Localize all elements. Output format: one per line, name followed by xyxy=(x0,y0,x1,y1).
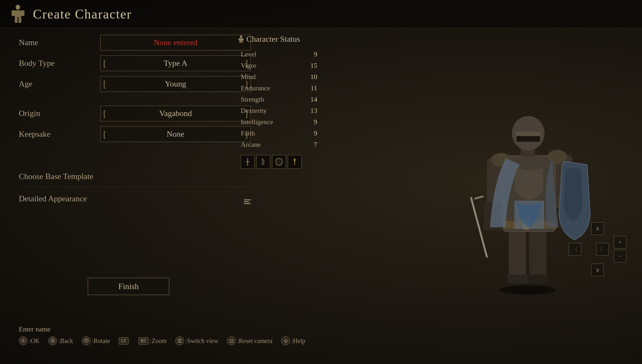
stat-value: 9 xyxy=(314,50,317,58)
stat-row: Mind 10 xyxy=(238,71,320,82)
stat-value: 14 xyxy=(310,95,317,103)
page-title: Create Character xyxy=(33,7,132,22)
control-item: Ⓡ :Rotate xyxy=(82,336,110,345)
control-label: :Switch view xyxy=(185,337,218,345)
appearance-icon xyxy=(244,199,251,204)
stat-value: 7 xyxy=(314,140,317,149)
header-icon xyxy=(9,4,27,24)
camera-left-button[interactable]: 〈 xyxy=(569,243,581,256)
template-section: Choose Base Template xyxy=(19,172,251,181)
weapon-sword-icon xyxy=(241,155,255,169)
control-key: RT xyxy=(139,337,149,345)
age-row: Age Young xyxy=(19,76,251,92)
stat-row: Intelligence 9 xyxy=(238,117,320,127)
svg-point-17 xyxy=(294,159,296,161)
svg-rect-8 xyxy=(239,38,240,40)
spacer-1 xyxy=(19,147,251,159)
control-key: LT xyxy=(119,337,129,345)
svg-rect-4 xyxy=(15,17,18,23)
detailed-appearance-label[interactable]: Detailed Appearance xyxy=(19,194,87,203)
control-item: RT :Zoom xyxy=(139,337,167,345)
appearance-row: Detailed Appearance xyxy=(19,194,251,209)
stat-name: Vigor xyxy=(241,61,256,70)
camera-down-button[interactable]: ∨ xyxy=(591,264,604,276)
equipment-row xyxy=(238,155,320,169)
stat-row: Faith 9 xyxy=(238,128,320,139)
svg-rect-21 xyxy=(507,274,528,284)
svg-rect-2 xyxy=(12,10,15,16)
stat-value: 9 xyxy=(314,129,317,137)
control-key: Ⓡ xyxy=(82,336,91,345)
name-input[interactable]: None entered xyxy=(100,35,251,50)
stat-name: Strength xyxy=(241,95,264,103)
keepsake-row: Keepsake None xyxy=(19,126,251,142)
control-key: ⊡ xyxy=(227,336,236,345)
control-item: Ⓐ :OK xyxy=(19,336,39,345)
stat-row: Vigor 15 xyxy=(238,60,320,71)
svg-rect-35 xyxy=(516,132,541,136)
stat-name: Intelligence xyxy=(241,118,273,126)
status-panel: Character Status Level 9 Vigor 15 Mind 1… xyxy=(238,34,320,169)
svg-point-18 xyxy=(499,285,556,295)
stats-list: Level 9 Vigor 15 Mind 10 Endurance 11 St… xyxy=(238,49,320,150)
controls-bar: Ⓐ :OK Ⓑ :Back Ⓡ :Rotate LT RT :Zoom ☰ :S… xyxy=(19,336,623,345)
menu-line-3 xyxy=(244,203,251,204)
stat-name: Mind xyxy=(241,73,256,81)
stat-name: Level xyxy=(241,50,256,58)
camera-controls: ∧ 〈 〉 + − ∨ xyxy=(569,222,626,276)
camera-right-button[interactable]: 〉 xyxy=(596,243,609,256)
header: Create Character xyxy=(0,0,642,28)
svg-rect-22 xyxy=(528,274,548,284)
keepsake-selector[interactable]: None xyxy=(100,126,251,142)
camera-zoom-out-button[interactable]: − xyxy=(614,250,626,262)
camera-down-row: ∨ xyxy=(591,264,604,276)
body-type-row: Body Type Type A xyxy=(19,55,251,71)
stat-value: 11 xyxy=(311,84,317,92)
status-title: Character Status xyxy=(246,34,300,44)
body-type-selector[interactable]: Type A xyxy=(100,55,251,71)
svg-point-31 xyxy=(547,150,567,164)
control-label: :Reset camera xyxy=(237,337,272,345)
stat-row: Dexterity 13 xyxy=(238,105,320,116)
stat-row: Arcane 7 xyxy=(238,139,320,150)
control-key: Ⓑ xyxy=(48,336,57,345)
stat-value: 9 xyxy=(314,118,317,126)
body-type-label: Body Type xyxy=(19,59,100,68)
age-selector[interactable]: Young xyxy=(100,76,251,92)
camera-center xyxy=(582,243,595,256)
stat-value: 10 xyxy=(310,73,317,81)
menu-icon xyxy=(244,199,251,204)
camera-up-row: ∧ xyxy=(591,222,604,235)
control-key: ⊙ xyxy=(281,336,290,345)
keepsake-label: Keepsake xyxy=(19,129,100,139)
choose-template-label[interactable]: Choose Base Template xyxy=(19,172,251,181)
stat-row: Strength 14 xyxy=(238,94,320,105)
weapon-bow-icon xyxy=(256,155,270,169)
camera-zoom-in-button[interactable]: + xyxy=(614,236,626,249)
stat-name: Endurance xyxy=(241,84,270,92)
control-item: ☰ :Switch view xyxy=(175,336,218,345)
stat-name: Dexterity xyxy=(241,107,267,115)
menu-line-1 xyxy=(244,199,251,200)
control-label: :Help xyxy=(291,337,305,345)
camera-up-button[interactable]: ∧ xyxy=(591,222,604,235)
control-label: :Zoom xyxy=(150,337,166,345)
control-label: :Rotate xyxy=(92,337,110,345)
character-preview xyxy=(445,25,617,323)
enter-name-hint: Enter name xyxy=(19,325,623,333)
control-item: LT xyxy=(119,337,130,345)
divider-1 xyxy=(19,187,251,187)
bottom-bar: Enter name Ⓐ :OK Ⓑ :Back Ⓡ :Rotate LT RT… xyxy=(19,325,623,345)
origin-label: Origin xyxy=(19,109,100,118)
control-label: :OK xyxy=(29,337,39,345)
svg-rect-16 xyxy=(294,161,295,165)
origin-selector[interactable]: Vagabond xyxy=(100,106,251,121)
origin-row: Origin Vagabond xyxy=(19,105,251,122)
control-item: ⊙ :Help xyxy=(281,336,305,345)
finish-button[interactable]: Finish xyxy=(88,278,169,295)
svg-rect-7 xyxy=(239,38,243,41)
stat-value: 15 xyxy=(310,61,317,70)
menu-line-2 xyxy=(244,201,249,202)
stat-name: Arcane xyxy=(241,140,261,149)
svg-rect-11 xyxy=(241,41,243,43)
